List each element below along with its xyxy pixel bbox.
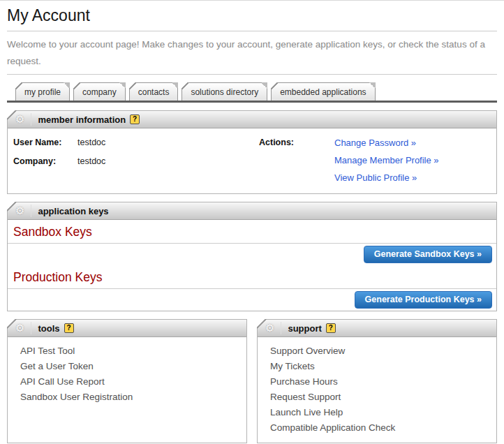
member-information-title: member information	[38, 114, 126, 125]
header-divider	[31, 113, 31, 126]
gear-icon: ⚙	[15, 322, 24, 334]
welcome-text: Welcome to your account page! Make chang…	[7, 31, 497, 74]
tab-solutions-directory[interactable]: solutions directory	[181, 82, 267, 101]
divider	[7, 74, 497, 75]
user-name-row: User Name: testdoc	[13, 138, 259, 147]
help-icon[interactable]: ?	[130, 114, 140, 124]
page-title: My Account	[7, 1, 497, 31]
support-header: ⚙ support ?	[258, 320, 496, 337]
generate-production-keys-button[interactable]: Generate Production Keys »	[355, 291, 492, 309]
application-keys-panel: ⚙ application keys Sandbox Keys Generate…	[7, 202, 497, 311]
tools-list: API Test Tool Get a User Token API Call …	[8, 337, 246, 412]
gear-icon: ⚙	[15, 205, 24, 217]
gear-icon: ⚙	[15, 113, 24, 126]
header-divider	[31, 322, 31, 334]
manage-member-profile-link[interactable]: Manage Member Profile »	[334, 155, 439, 165]
user-name-label: User Name:	[13, 138, 77, 147]
header-divider	[281, 322, 281, 334]
change-password-link[interactable]: Change Password »	[334, 138, 439, 148]
support-list: Support Overview My Tickets Purchase Hou…	[258, 337, 496, 443]
my-tickets-link[interactable]: My Tickets	[270, 359, 491, 374]
sandbox-user-registration-link[interactable]: Sandbox User Registration	[20, 390, 241, 405]
tab-embedded-applications[interactable]: embedded applications	[271, 82, 375, 101]
member-information-header: ⚙ member information ?	[8, 111, 496, 128]
header-divider	[31, 205, 31, 217]
compatible-application-check-link[interactable]: Compatible Application Check	[270, 420, 491, 436]
get-a-user-token-link[interactable]: Get a User Token	[20, 359, 241, 374]
support-overview-link[interactable]: Support Overview	[270, 343, 491, 359]
sandbox-keys-heading: Sandbox Keys	[8, 220, 496, 243]
production-keys-heading: Production Keys	[8, 265, 496, 288]
production-keys-button-row: Generate Production Keys »	[8, 288, 496, 311]
launch-live-help-link[interactable]: Launch Live Help	[270, 405, 491, 420]
api-call-use-report-link[interactable]: API Call Use Report	[20, 374, 241, 390]
tools-header: ⚙ tools ?	[8, 320, 246, 337]
view-public-profile-link[interactable]: View Public Profile »	[334, 172, 439, 183]
tab-contacts[interactable]: contacts	[129, 82, 179, 101]
gear-icon: ⚙	[265, 322, 274, 334]
tools-panel: ⚙ tools ? API Test Tool Get a User Token…	[7, 319, 247, 443]
sandbox-keys-button-row: Generate Sandbox Keys »	[8, 243, 496, 265]
support-title: support	[288, 323, 321, 334]
help-icon[interactable]: ?	[326, 323, 336, 333]
tab-my-profile[interactable]: my profile	[15, 82, 70, 101]
tools-title: tools	[38, 323, 59, 334]
request-support-link[interactable]: Request Support	[270, 390, 491, 405]
company-label: Company:	[13, 156, 77, 166]
generate-sandbox-keys-button[interactable]: Generate Sandbox Keys »	[364, 246, 492, 263]
member-information-body: User Name: testdoc Company: testdoc Acti…	[8, 128, 496, 193]
actions-label: Actions:	[259, 138, 334, 183]
member-information-panel: ⚙ member information ? User Name: testdo…	[7, 110, 497, 194]
tab-bar: my profile company contacts solutions di…	[7, 82, 497, 103]
company-value: testdoc	[77, 156, 105, 166]
purchase-hours-link[interactable]: Purchase Hours	[270, 374, 491, 390]
tab-company[interactable]: company	[73, 82, 126, 101]
api-test-tool-link[interactable]: API Test Tool	[20, 343, 241, 359]
company-row: Company: testdoc	[13, 156, 259, 166]
support-panel: ⚙ support ? Support Overview My Tickets …	[257, 319, 497, 443]
application-keys-header: ⚙ application keys	[8, 202, 496, 220]
user-name-value: testdoc	[77, 138, 105, 147]
application-keys-title: application keys	[38, 206, 108, 216]
help-icon[interactable]: ?	[64, 323, 74, 333]
